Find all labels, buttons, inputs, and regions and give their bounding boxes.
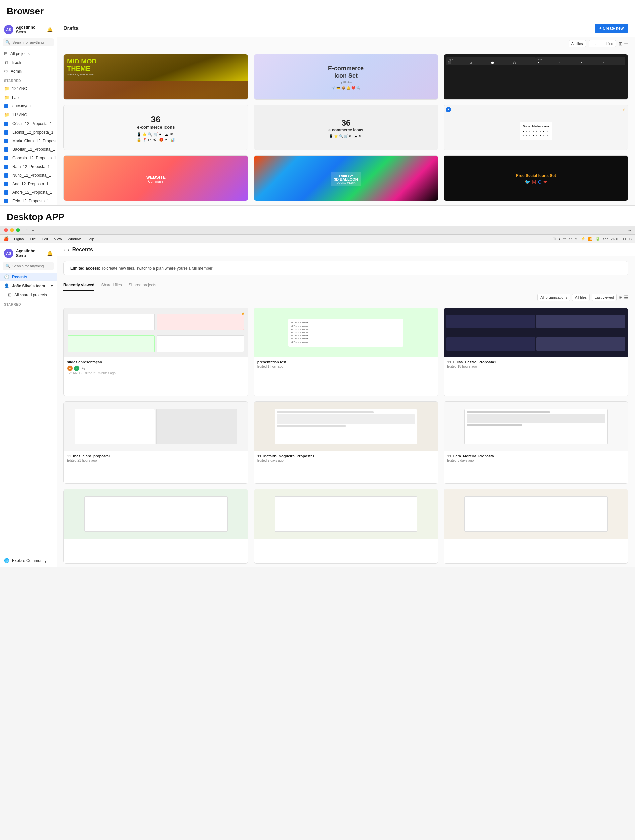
file-card-ecommerce2024[interactable]: Light ⬛◻⬤◯ Filled ■▪●▫	[444, 54, 629, 99]
recents-info: 11_Lara_Moreira_Proposta1 Edited 3 days …	[444, 452, 628, 465]
sidebar-item-recents[interactable]: 🕐 Recents	[0, 273, 57, 281]
desktop-section: Desktop APP ⌂ + ··· 🍎 Figma File Edit Vi…	[0, 206, 635, 567]
last-modified-filter[interactable]: Last modified	[589, 40, 616, 47]
file-card-teste[interactable]: Mid ModTheme mid century furniture shop …	[63, 54, 248, 99]
starred-label: Maria_Ciara_12_Proposta_1	[12, 139, 57, 143]
file-card-ecommerce[interactable]: E-commerceIcon Set by @kiritsur 🛒💳📦 🔔❤️🔍…	[254, 54, 439, 99]
starred-item-feio[interactable]: Feio_12_Proposta_1	[0, 197, 57, 205]
file-name: slides apresentação	[67, 360, 245, 364]
sidebar-item-explore-community[interactable]: 🌐 Explore Community	[0, 556, 57, 565]
file-icon	[4, 199, 8, 204]
file-name: 11_Mafalda_Nogueira_Proposta1	[257, 454, 435, 458]
recents-card-generic3[interactable]	[444, 489, 629, 564]
back-arrow-icon[interactable]: ‹	[63, 247, 65, 253]
list-view-icon[interactable]: ☰	[624, 41, 629, 46]
grid-view-icon[interactable]: ⊞	[619, 295, 623, 300]
file-card-36ecommerce[interactable]: 36 e-commerce icons 📱⭐🔍🛒♥☁✉ 36 Ecommerce…	[254, 105, 439, 150]
file-card-freesocial[interactable]: Free Social Icons Set 🐦 M C ❤	[444, 155, 629, 201]
menu-window[interactable]: Window	[65, 237, 83, 242]
sidebar-item-label: Trash	[11, 60, 21, 65]
grid-view-icon[interactable]: ⊞	[619, 41, 623, 46]
tab-shared-projects[interactable]: Shared projects	[129, 280, 156, 291]
starred-label: auto-layout	[12, 104, 32, 109]
sidebar-item-all-shared[interactable]: ⊞ All shared projects	[0, 291, 57, 299]
all-files-filter[interactable]: All files	[569, 40, 586, 47]
menu-file[interactable]: File	[27, 237, 39, 242]
starred-item-lab[interactable]: 📁 Lab	[0, 93, 57, 102]
file-thumbnail: 36 e-commerce icons 📱⭐🔍🛒♥☁✉ 🔒📍↩⟲🎁✂📊	[64, 105, 248, 150]
recents-card-lara[interactable]: 11_Lara_Moreira_Proposta1 Edited 3 days …	[444, 401, 629, 483]
recents-info: presentation test Edited 1 hour ago	[254, 357, 438, 371]
starred-item-goncalo[interactable]: Gonçalo_12_Proposta_1	[0, 154, 57, 163]
view-toggle: ⊞ ☰	[619, 41, 629, 46]
minimize-window-button[interactable]	[10, 228, 14, 232]
recents-card-slides[interactable]: ★ slides apresentação A L +2 12° ANO · E…	[63, 308, 248, 396]
new-tab-button[interactable]: +	[32, 227, 35, 233]
avatar: AS	[4, 249, 13, 258]
file-icon	[4, 191, 8, 195]
all-files-filter[interactable]: All files	[572, 294, 590, 301]
avatar-group: A L +2	[67, 365, 245, 371]
notification-bell-icon[interactable]: 🔔	[47, 27, 52, 32]
sidebar-item-all-projects[interactable]: ⊞ All projects	[0, 49, 57, 58]
file-card-social-media[interactable]: ✦ ☆ Social Media Icons ▪▫▪▫▪▫▪▫ ▫▪▫▪▫▪▫▪	[444, 105, 629, 150]
browser-user-menu[interactable]: AS Agostinho Serra 🔔	[0, 22, 57, 37]
page-title: Drafts	[63, 25, 79, 32]
sidebar-item-admin[interactable]: ⚙ Admin	[0, 67, 57, 76]
desktop-user-menu[interactable]: AS Agostinho Serra 🔔	[0, 246, 57, 261]
banner-text: To create new files, switch to a plan wh…	[101, 266, 213, 270]
starred-item-rafa[interactable]: Rafa_12_Proposta_1	[0, 163, 57, 171]
folder-icon: 📁	[4, 112, 9, 117]
starred-item-bacelar[interactable]: Bacelar_12_Proposta_1	[0, 145, 57, 154]
recents-card-generic1[interactable]	[63, 489, 248, 564]
starred-label: Rafa_12_Proposta_1	[12, 164, 50, 169]
create-new-button[interactable]: + Create new	[595, 24, 629, 33]
menu-edit[interactable]: Edit	[39, 237, 51, 242]
forward-arrow-icon[interactable]: ›	[68, 247, 70, 253]
recents-card-luisa[interactable]: 11_Luisa_Castro_Proposta1 Edited 18 hour…	[444, 308, 629, 396]
starred-item-autolayout[interactable]: auto-layout	[0, 102, 57, 111]
menu-figma[interactable]: Figma	[11, 237, 27, 242]
browser-sidebar: AS Agostinho Serra 🔔 🔍 ⊞ All projects 🗑 …	[0, 20, 57, 205]
browser-search-bar[interactable]: 🔍	[3, 38, 54, 46]
starred-item-nuno[interactable]: Nuno_12_Proposta_1	[0, 171, 57, 180]
recents-card-ines[interactable]: 11_ines_claro_proposta1 Edited 21 hours …	[63, 401, 248, 483]
notification-bell-icon[interactable]: 🔔	[47, 251, 52, 256]
search-input[interactable]	[12, 40, 51, 44]
sidebar-item-trash[interactable]: 🗑 Trash	[0, 58, 57, 67]
starred-item-leonor[interactable]: Leonor_12_proposta_1	[0, 128, 57, 137]
recents-thumbnail	[254, 489, 438, 539]
desktop-search-bar[interactable]: 🔍	[3, 262, 54, 270]
home-icon[interactable]: ⌂	[26, 227, 28, 232]
tab-recently-viewed[interactable]: Recently viewed	[63, 280, 94, 291]
menu-help[interactable]: Help	[84, 237, 97, 242]
browser-title: Browser	[0, 0, 635, 20]
starred-item-mariaciara[interactable]: Maria_Ciara_12_Proposta_1	[0, 137, 57, 145]
file-thumbnail: ✦ ☆ Social Media Icons ▪▫▪▫▪▫▪▫ ▫▪▫▪▫▪▫▪	[444, 105, 628, 150]
menu-view[interactable]: View	[51, 237, 65, 242]
last-viewed-filter[interactable]: Last viewed	[592, 294, 617, 301]
maximize-window-button[interactable]	[16, 228, 20, 232]
file-card-commuse[interactable]: WEBSITE Commuse	[63, 155, 248, 201]
list-view-icon[interactable]: ☰	[624, 295, 629, 300]
desktop-search-input[interactable]	[12, 264, 51, 268]
starred-item-cesar[interactable]: César_12_Proposta_1	[0, 119, 57, 128]
tab-shared-files[interactable]: Shared files	[101, 280, 122, 291]
starred-item-ana[interactable]: Ana_12_Proposta_1	[0, 180, 57, 188]
all-organizations-filter[interactable]: All organizations	[537, 294, 570, 301]
starred-item-andre[interactable]: Andre_12_Proposta_1	[0, 188, 57, 197]
sidebar-team-header[interactable]: 👤 João Silva's team ▾	[0, 281, 57, 291]
recents-thumbnail	[444, 308, 628, 357]
more-options-icon[interactable]: ···	[628, 228, 631, 232]
starred-item-11ano[interactable]: 📁 11° ANO	[0, 111, 57, 119]
starred-label: Lab	[12, 95, 19, 100]
close-window-button[interactable]	[4, 228, 8, 232]
starred-label: Gonçalo_12_Proposta_1	[12, 156, 56, 160]
starred-label: Feio_12_Proposta_1	[12, 199, 49, 204]
file-card-untitled[interactable]: 36 e-commerce icons 📱⭐🔍🛒♥☁✉ 🔒📍↩⟲🎁✂📊 Unti…	[63, 105, 248, 150]
recents-card-presentation[interactable]: #1 This is a header #2 This is a header …	[254, 308, 439, 396]
file-card-balloon[interactable]: FREE 60+ 3D BALLOON SOCIAL MEDIA	[254, 155, 439, 201]
recents-card-mafalda[interactable]: 11_Mafalda_Nogueira_Proposta1 Edited 2 d…	[254, 401, 439, 483]
starred-item-12ano[interactable]: 📁 12° ANO	[0, 84, 57, 93]
recents-card-generic2[interactable]	[254, 489, 439, 564]
